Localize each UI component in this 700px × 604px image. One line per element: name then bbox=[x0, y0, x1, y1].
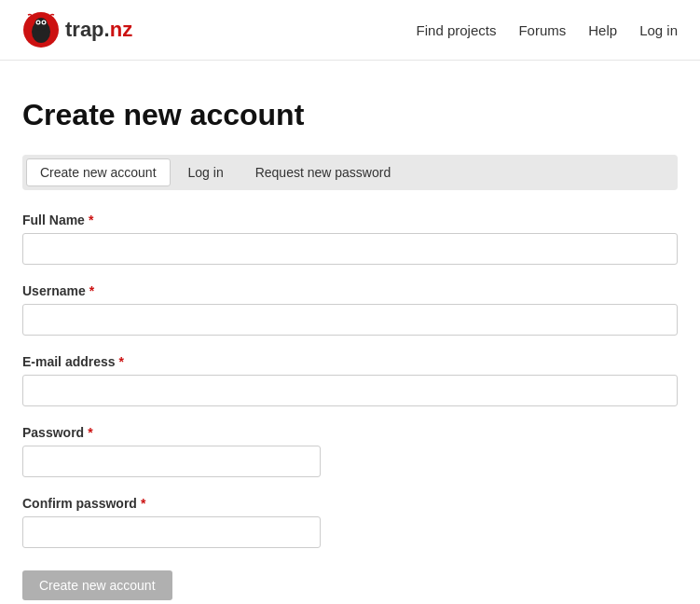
logo-icon bbox=[22, 11, 60, 48]
logo[interactable]: trap.nz bbox=[22, 11, 132, 48]
username-group: Username* bbox=[22, 283, 678, 336]
email-group: E-mail address* bbox=[22, 354, 678, 406]
nav-log-in[interactable]: Log in bbox=[639, 22, 678, 38]
site-header: trap.nz Find projects Forums Help Log in bbox=[0, 0, 700, 61]
main-content: Create new account Create new account Lo… bbox=[0, 61, 700, 604]
tab-bar: Create new account Log in Request new pa… bbox=[22, 155, 678, 190]
username-label: Username* bbox=[22, 283, 678, 298]
password-group: Password* bbox=[22, 425, 678, 477]
full-name-input[interactable] bbox=[22, 233, 678, 265]
logo-wordmark: trap.nz bbox=[65, 18, 132, 42]
confirm-password-label: Confirm password* bbox=[22, 496, 678, 511]
nav-help[interactable]: Help bbox=[588, 22, 617, 38]
confirm-password-input[interactable] bbox=[22, 516, 321, 548]
registration-form: Full Name* Username* E-mail address* Pas… bbox=[22, 213, 678, 600]
svg-point-2 bbox=[34, 18, 48, 31]
username-input[interactable] bbox=[22, 304, 678, 336]
tab-log-in[interactable]: Log in bbox=[174, 158, 238, 186]
password-input[interactable] bbox=[22, 446, 321, 477]
svg-point-5 bbox=[37, 21, 39, 23]
email-input[interactable] bbox=[22, 375, 678, 406]
svg-point-6 bbox=[43, 21, 45, 23]
nav-find-projects[interactable]: Find projects bbox=[417, 22, 497, 38]
main-nav: Find projects Forums Help Log in bbox=[417, 22, 678, 38]
full-name-group: Full Name* bbox=[22, 213, 678, 265]
email-label: E-mail address* bbox=[22, 354, 678, 369]
password-label: Password* bbox=[22, 425, 678, 440]
submit-button[interactable]: Create new account bbox=[22, 570, 172, 600]
confirm-password-group: Confirm password* bbox=[22, 496, 678, 548]
tab-request-password[interactable]: Request new password bbox=[241, 158, 405, 186]
nav-forums[interactable]: Forums bbox=[518, 22, 566, 38]
page-title: Create new account bbox=[22, 98, 678, 132]
full-name-label: Full Name* bbox=[22, 213, 678, 227]
tab-create-account[interactable]: Create new account bbox=[26, 158, 171, 186]
